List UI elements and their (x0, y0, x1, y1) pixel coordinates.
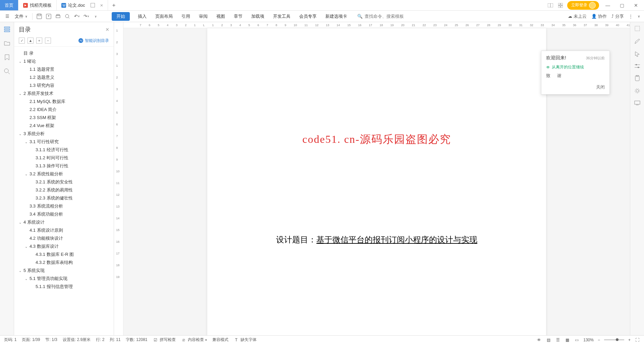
new-tab-button[interactable]: + (108, 0, 119, 10)
outline-item[interactable]: 3.4 系统功能分析 (19, 210, 112, 218)
cursor-rail-icon[interactable] (635, 51, 640, 57)
welcome-continue-link[interactable]: 👁 从离开的位置继续 (546, 64, 605, 70)
close-window-button[interactable]: ✕ (631, 1, 641, 10)
hamburger-icon[interactable]: ☰ (4, 13, 11, 20)
page-view-icon[interactable]: ▤ (546, 337, 551, 343)
outline-item[interactable]: ⌄4 系统设计 (19, 218, 112, 226)
status-section[interactable]: 节: 1/3 (45, 337, 57, 343)
status-row[interactable]: 行: 2 (96, 337, 104, 343)
print-icon[interactable] (55, 13, 61, 20)
folder-rail-icon[interactable] (3, 40, 11, 47)
outline-item[interactable]: 1.3 研究内容 (19, 81, 112, 90)
login-button[interactable]: 立即登录 (567, 1, 599, 10)
outline-check-icon[interactable]: ✓ (19, 38, 25, 44)
device-rail-icon[interactable] (634, 101, 640, 105)
save-icon[interactable] (36, 13, 43, 20)
status-col[interactable]: 列: 11 (110, 337, 120, 343)
outline-item[interactable]: 5.1.1 报刊信息管理 (19, 283, 112, 291)
close-tab-icon[interactable]: × (100, 2, 103, 8)
outline-item[interactable]: 2.3 SSM 框架 (19, 114, 112, 122)
eye-status-icon[interactable]: 👁 (536, 337, 542, 343)
tab-templates[interactable]: 找稻壳模板 (18, 0, 57, 10)
outline-up-icon[interactable]: ▲ (28, 38, 34, 44)
outline-item[interactable]: 3.1.3 操作可行性 (19, 162, 112, 170)
read-view-icon[interactable]: ▭ (574, 337, 579, 343)
ribbon-tab-view[interactable]: 视图 (216, 12, 226, 21)
status-spellcheck[interactable]: ☑拼写检查 (153, 337, 176, 343)
collapse-ribbon-icon[interactable]: ∨ (638, 14, 640, 18)
status-compat[interactable]: 兼容模式 (212, 337, 228, 343)
ribbon-tab-insert[interactable]: 插入 (137, 12, 147, 21)
outline-item[interactable]: ⌄3.2 系统性能分析 (19, 170, 112, 178)
outline-item[interactable]: ⌄1 绪论 (19, 57, 112, 65)
outline-item[interactable]: 4.2 功能模块设计 (19, 234, 112, 242)
outline-item[interactable]: 3.3 系统流程分析 (19, 202, 112, 210)
ribbon-tab-dev[interactable]: 开发工具 (272, 12, 291, 21)
share-button[interactable]: ⤴分享 (611, 13, 624, 19)
ribbon-tab-review[interactable]: 审阅 (198, 12, 208, 21)
zoom-slider[interactable] (604, 339, 624, 340)
cloud-status[interactable]: ☁未上云 (568, 13, 587, 19)
outline-item[interactable]: ⌄5.1 管理员功能实现 (19, 275, 112, 283)
outline-item[interactable]: 1.1 选题背景 (19, 65, 112, 73)
status-page-code[interactable]: 页码: 1 (4, 337, 16, 343)
outline-minus-icon[interactable]: − (45, 38, 51, 44)
pencil-rail-icon[interactable] (634, 38, 640, 44)
maximize-button[interactable]: ▢ (616, 1, 627, 10)
more-icon[interactable]: ⋮ (629, 14, 633, 19)
ribbon-tab-start[interactable]: 开始 (112, 12, 130, 21)
outline-item[interactable]: 1.2 选题意义 (19, 73, 112, 81)
outline-item[interactable]: 2.4 Vue 框架 (19, 122, 112, 130)
zoom-value[interactable]: 130% (583, 338, 594, 342)
outline-item[interactable]: 4.3.1 数据库 E-R 图 (19, 250, 112, 259)
outline-item[interactable]: 目 录 (19, 49, 112, 57)
layout-icon[interactable] (547, 2, 554, 9)
ribbon-tab-addon[interactable]: 加载项 (251, 12, 265, 21)
redo-icon[interactable]: ↷∨ (83, 13, 90, 20)
ai-toc-button[interactable]: AI 智能识别目录 (78, 38, 109, 44)
undo-icon[interactable]: ↶∨ (73, 13, 80, 20)
outline-close-icon[interactable]: × (106, 26, 109, 33)
slider-rail-icon[interactable] (634, 64, 640, 68)
ribbon-tab-member[interactable]: 会员专享 (299, 12, 317, 21)
status-missing-font[interactable]: T缺失字体 (234, 337, 257, 343)
clipboard-rail-icon[interactable] (635, 75, 640, 81)
welcome-close[interactable]: 关闭 (546, 84, 605, 90)
select-rail-icon[interactable] (634, 25, 640, 32)
format-painter-icon[interactable]: ∨ (92, 13, 99, 20)
fullscreen-icon[interactable]: ⛶ (635, 337, 640, 343)
print-preview-icon[interactable] (64, 13, 71, 20)
outline-item[interactable]: 4.3.2 数据库表结构 (19, 259, 112, 267)
search-area[interactable]: 🔍 (357, 14, 412, 19)
minimize-button[interactable]: — (602, 1, 613, 10)
ribbon-tab-chapter[interactable]: 章节 (233, 12, 243, 21)
ribbon-tab-reference[interactable]: 引用 (181, 12, 191, 21)
zoom-out-icon[interactable]: − (598, 338, 600, 342)
outline-plus-icon[interactable]: + (36, 38, 42, 44)
outline-item[interactable]: ⌄3.1 可行性研究 (19, 138, 112, 146)
search-input[interactable] (365, 14, 412, 19)
outline-item[interactable]: 4.1 系统设计原则 (19, 226, 112, 234)
outline-item[interactable]: 3.2.2 系统的易用性 (19, 186, 112, 194)
outline-item[interactable]: 3.2.1 系统的安全性 (19, 178, 112, 186)
search-rail-icon[interactable] (3, 68, 11, 75)
outline-rail-icon[interactable] (3, 25, 11, 33)
outline-item[interactable]: 3.1.2 时间可行性 (19, 154, 112, 162)
tab-doc-active[interactable]: W 论文.doc × (57, 0, 108, 10)
save-as-icon[interactable] (45, 13, 52, 20)
outline-view-icon[interactable]: ☰ (555, 337, 560, 343)
outline-item[interactable]: ⌄2 系统开发技术 (19, 90, 112, 98)
ribbon-tab-layout[interactable]: 页面布局 (155, 12, 173, 21)
outline-item[interactable]: 3.1.1 经济可行性 (19, 146, 112, 154)
outline-item[interactable]: 3.2.3 系统的健壮性 (19, 194, 112, 202)
web-view-icon[interactable]: ▦ (565, 337, 570, 343)
horizontal-ruler[interactable]: 7654321L12345678910111213141516171819202… (123, 22, 630, 28)
status-content-check[interactable]: ⎚内容检查▾ (181, 337, 207, 343)
file-menu[interactable]: 文件∨ (13, 12, 29, 20)
zoom-in-icon[interactable]: + (628, 338, 631, 342)
ribbon-tab-newtab[interactable]: 新建选项卡 (325, 12, 348, 21)
outline-item[interactable]: 2.1 MySQL 数据库 (19, 98, 112, 106)
collab-button[interactable]: 👤协作 (591, 13, 607, 19)
gear-rail-icon[interactable] (634, 88, 640, 94)
vertical-ruler[interactable]: 12312345678910111213141516171819 (114, 22, 123, 335)
